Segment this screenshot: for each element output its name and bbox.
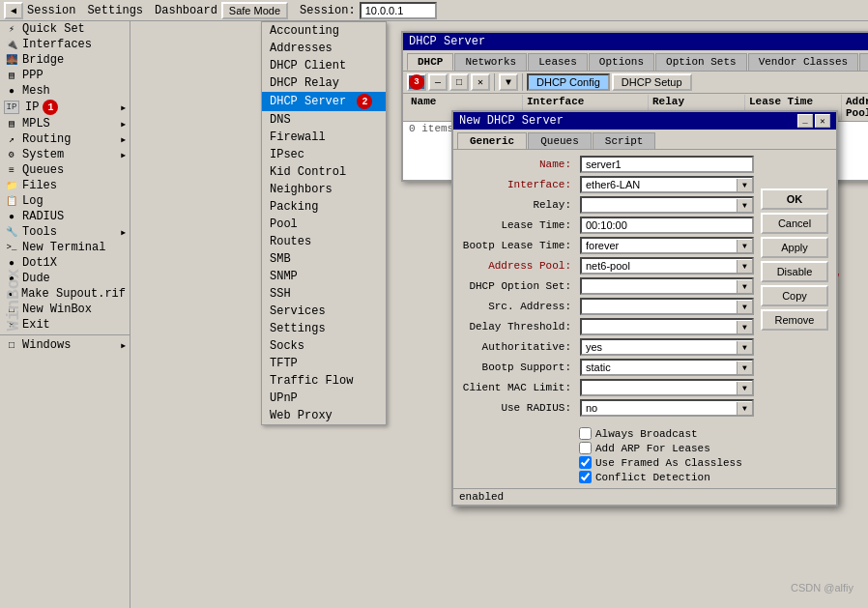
submenu-item-dhcp-server[interactable]: DHCP Server 2	[262, 92, 386, 111]
submenu-item-accounting[interactable]: Accounting	[262, 22, 386, 40]
client-mac-limit-select[interactable]: ▼	[580, 379, 754, 396]
lease-time-input[interactable]	[580, 217, 754, 234]
sidebar-item-tools[interactable]: 🔧 Tools	[0, 224, 130, 240]
authoritative-input[interactable]	[582, 340, 737, 354]
authoritative-arrow[interactable]: ▼	[737, 341, 752, 354]
apply-button[interactable]: Apply	[761, 237, 828, 258]
dhcp-setup-button[interactable]: DHCP Setup	[612, 73, 692, 91]
submenu-item-packing[interactable]: Packing	[262, 198, 386, 216]
bootp-support-input[interactable]	[582, 361, 737, 374]
address-pool-input[interactable]	[582, 259, 737, 273]
src-address-select[interactable]: ▼	[580, 298, 754, 315]
remove-button-dialog[interactable]: Remove	[761, 309, 828, 331]
menu-settings[interactable]: Settings	[87, 4, 143, 17]
bootp-support-select[interactable]: ▼	[580, 359, 754, 376]
sidebar-item-system[interactable]: ⚙ System	[0, 147, 130, 162]
sidebar-item-new-terminal[interactable]: >_ New Terminal	[0, 240, 130, 255]
submenu-item-settings[interactable]: Settings	[262, 320, 386, 337]
disable-button[interactable]: Disable	[761, 261, 828, 282]
submenu-item-dhcp-client[interactable]: DHCP Client	[262, 57, 386, 74]
sidebar-item-exit[interactable]: ✕ Exit	[0, 317, 130, 333]
tab-options[interactable]: Options	[589, 53, 654, 71]
submenu-item-neighbors[interactable]: Neighbors	[262, 181, 386, 198]
relay-select[interactable]: ▼	[580, 196, 754, 214]
submenu-item-upnp[interactable]: UPnP	[262, 390, 386, 407]
delay-threshold-arrow[interactable]: ▼	[737, 321, 752, 333]
use-framed-checkbox[interactable]	[579, 456, 592, 469]
client-mac-limit-input[interactable]	[582, 381, 737, 394]
interface-input[interactable]	[582, 178, 737, 191]
interface-dropdown-arrow[interactable]: ▼	[737, 179, 752, 191]
copy-button[interactable]: □	[449, 73, 469, 91]
name-input[interactable]	[580, 156, 754, 173]
submenu-item-firewall[interactable]: Firewall	[262, 129, 386, 146]
ok-button[interactable]: OK	[761, 188, 828, 210]
tab-alerts[interactable]: Alerts	[859, 53, 868, 71]
submenu-item-snmp[interactable]: SNMP	[262, 268, 386, 285]
sidebar-item-mpls[interactable]: ▤ MPLS	[0, 116, 130, 131]
clear-button[interactable]: ✕	[471, 73, 490, 91]
sidebar-item-new-winbox[interactable]: □ New WinBox	[0, 302, 130, 317]
submenu-item-kid-control[interactable]: Kid Control	[262, 163, 386, 181]
submenu-item-ssh[interactable]: SSH	[262, 285, 386, 303]
sidebar-item-interfaces[interactable]: 🔌 Interfaces	[0, 37, 130, 52]
bootp-lease-time-input[interactable]	[582, 239, 737, 252]
dhcp-option-set-select[interactable]: ▼	[580, 277, 754, 295]
address-pool-select[interactable]: ▼	[580, 257, 754, 275]
safe-mode-button[interactable]: Safe Mode	[221, 2, 288, 19]
submenu-item-dhcp-relay[interactable]: DHCP Relay	[262, 74, 386, 92]
tab-dhcp[interactable]: DHCP	[407, 53, 453, 71]
use-radius-input[interactable]	[582, 401, 737, 415]
dialog-close[interactable]: ✕	[815, 114, 830, 128]
tab-leases[interactable]: Leases	[528, 53, 588, 71]
sidebar-item-routing[interactable]: ↗ Routing	[0, 131, 130, 147]
sidebar-item-radius[interactable]: ● RADIUS	[0, 209, 130, 224]
sidebar-item-dot1x[interactable]: ● Dot1X	[0, 255, 130, 271]
session-input[interactable]	[360, 2, 437, 19]
client-mac-limit-arrow[interactable]: ▼	[737, 382, 752, 394]
copy-button-dialog[interactable]: Copy	[761, 285, 828, 306]
bootp-lease-time-select[interactable]: ▼	[580, 237, 754, 254]
remove-button[interactable]: —	[428, 73, 448, 91]
tab-vendor-classes[interactable]: Vendor Classes	[748, 53, 858, 71]
tab-networks[interactable]: Networks	[454, 53, 527, 71]
sidebar-item-make-supout[interactable]: ● Make Supout.rif	[0, 286, 130, 302]
cancel-button[interactable]: Cancel	[761, 213, 828, 234]
relay-input[interactable]	[582, 198, 737, 212]
sidebar-item-files[interactable]: 📁 Files	[0, 178, 130, 193]
submenu-item-dns[interactable]: DNS	[262, 111, 386, 129]
sidebar-item-ppp[interactable]: ▤ PPP	[0, 68, 130, 83]
add-button[interactable]: 3	[407, 73, 426, 91]
use-radius-select[interactable]: ▼	[580, 399, 754, 417]
delay-threshold-input[interactable]	[582, 320, 737, 333]
filter-button[interactable]: ▼	[499, 73, 518, 91]
dhcp-option-set-input[interactable]	[582, 279, 737, 293]
authoritative-select[interactable]: ▼	[580, 338, 754, 356]
bootp-support-arrow[interactable]: ▼	[737, 362, 752, 374]
add-arp-checkbox[interactable]	[579, 442, 592, 454]
submenu-item-socks[interactable]: Socks	[262, 337, 386, 355]
dialog-tab-script[interactable]: Script	[593, 132, 656, 149]
sidebar-item-ip[interactable]: IP IP 1	[0, 99, 130, 116]
submenu-item-web-proxy[interactable]: Web Proxy	[262, 407, 386, 424]
submenu-item-smb[interactable]: SMB	[262, 250, 386, 268]
back-button[interactable]: ◀	[4, 2, 23, 19]
always-broadcast-checkbox[interactable]	[579, 427, 592, 440]
submenu-item-tftp[interactable]: TFTP	[262, 355, 386, 372]
dialog-tab-generic[interactable]: Generic	[457, 132, 527, 149]
src-address-arrow[interactable]: ▼	[737, 301, 752, 313]
submenu-item-ipsec[interactable]: IPsec	[262, 146, 386, 163]
submenu-item-services[interactable]: Services	[262, 303, 386, 320]
sidebar-item-mesh[interactable]: ● Mesh	[0, 83, 130, 99]
use-radius-arrow[interactable]: ▼	[737, 402, 752, 415]
relay-dropdown-arrow[interactable]: ▼	[737, 199, 752, 212]
interface-select[interactable]: ▼	[580, 176, 754, 193]
sidebar-item-bridge[interactable]: 🌉 Bridge	[0, 52, 130, 68]
conflict-detection-checkbox[interactable]	[579, 471, 592, 483]
sidebar-item-windows[interactable]: □ Windows	[0, 337, 130, 353]
delay-threshold-select[interactable]: ▼	[580, 318, 754, 335]
dhcp-option-set-arrow[interactable]: ▼	[737, 280, 752, 293]
dialog-tab-queues[interactable]: Queues	[528, 132, 592, 149]
sidebar-item-log[interactable]: 📋 Log	[0, 193, 130, 209]
menu-session[interactable]: Session	[27, 4, 75, 17]
